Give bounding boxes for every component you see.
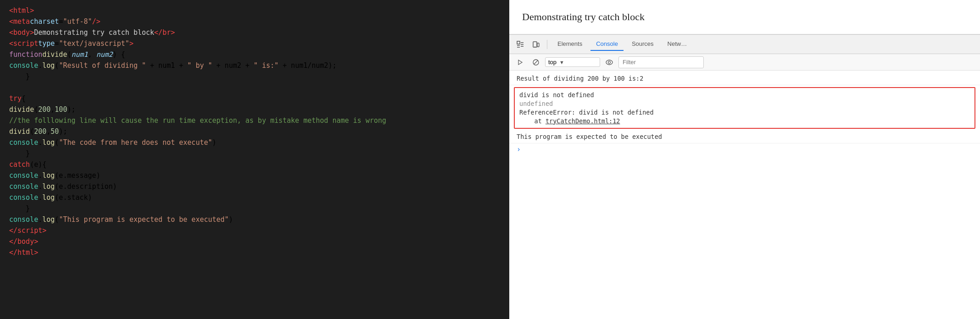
code-line-11: //the folllowing line will cause the run…	[0, 116, 509, 126]
console-prompt[interactable]: ›	[509, 143, 980, 155]
device-icon[interactable]	[529, 38, 542, 51]
code-line-17: console.log(e.description)	[0, 182, 509, 192]
tab-network[interactable]: Netw…	[662, 38, 693, 51]
devtools-toolbar: top ▼	[509, 54, 980, 71]
svg-line-6	[534, 60, 538, 64]
tab-elements[interactable]: Elements	[552, 38, 588, 51]
clear-icon[interactable]	[529, 56, 542, 69]
console-line-expected: This program is expected to be executed	[509, 131, 980, 143]
console-error-group: divid is not defined undefined Reference…	[514, 87, 975, 129]
code-line-1: <html>	[0, 6, 509, 16]
inspect-icon[interactable]	[514, 38, 527, 51]
code-line-16: console.log(e.message)	[0, 170, 509, 182]
code-line-9: try{	[0, 94, 509, 104]
error-location: at tryCatchDemo.html:12	[519, 117, 970, 126]
code-line-10: divide(200,100);	[0, 104, 509, 116]
code-line-20: console.log("This program is expected to…	[0, 214, 509, 226]
code-line-5: function divide(num1, num2) {	[0, 50, 509, 60]
code-line-12: divid(200,50);	[0, 126, 509, 138]
context-selector[interactable]: top ▼	[545, 57, 600, 67]
console-expected-text: This program is expected to be executed	[517, 133, 662, 140]
svg-marker-4	[518, 60, 522, 65]
code-editor: <html> <meta charset="utf-8"/> <body> De…	[0, 0, 509, 319]
page-title: Demonstrating try catch block	[522, 11, 645, 22]
error-ref: ReferenceError: divid is not defined	[519, 108, 970, 117]
tab-separator-1	[547, 40, 547, 49]
svg-point-3	[535, 46, 535, 47]
filter-input[interactable]	[618, 56, 704, 68]
code-line-8	[0, 82, 509, 94]
code-line-3: <body> Demonstrating try catch block</br…	[0, 28, 509, 38]
code-line-14: }	[0, 148, 509, 160]
tab-console[interactable]: Console	[590, 38, 624, 51]
console-output: Result of dividing 200 by 100 is:2 divid…	[509, 71, 980, 319]
context-dropdown-arrow: ▼	[559, 60, 564, 65]
console-success-text: Result of dividing 200 by 100 is:2	[517, 75, 643, 82]
tab-sources[interactable]: Sources	[626, 38, 659, 51]
code-line-15: catch(e){	[0, 160, 509, 170]
context-label: top	[548, 59, 557, 66]
page-preview: Demonstrating try catch block	[509, 0, 980, 34]
code-line-22: </body>	[0, 236, 509, 248]
svg-rect-1	[533, 42, 537, 47]
svg-point-7	[606, 60, 612, 65]
code-line-13: console.log("The code from here does not…	[0, 138, 509, 148]
browser-panel: Demonstrating try catch block Elem	[509, 0, 980, 319]
code-line-6: console.log("Result of dividing " + num1…	[0, 60, 509, 72]
console-line-success: Result of dividing 200 by 100 is:2	[509, 72, 980, 85]
error-link[interactable]: tryCatchDemo.html:12	[546, 117, 620, 125]
svg-rect-0	[517, 41, 520, 44]
play-icon[interactable]	[514, 56, 527, 69]
code-line-19: }	[0, 204, 509, 214]
code-line-4: <script type="text/javascript">	[0, 38, 509, 50]
svg-point-8	[608, 61, 611, 63]
devtools: Elements Console Sources Netw… t	[509, 34, 980, 319]
error-undefined: undefined	[519, 99, 970, 108]
code-line-7: }	[0, 72, 509, 82]
eye-icon[interactable]	[603, 56, 616, 69]
svg-rect-2	[537, 43, 539, 47]
code-line-21: </script>	[0, 226, 509, 236]
code-line-18: console.log(e.stack)	[0, 192, 509, 204]
devtools-tab-bar: Elements Console Sources Netw…	[509, 35, 980, 54]
error-text-1: divid is not defined	[519, 91, 970, 99]
code-line-2: <meta charset="utf-8"/>	[0, 16, 509, 28]
code-line-23: </html>	[0, 248, 509, 258]
